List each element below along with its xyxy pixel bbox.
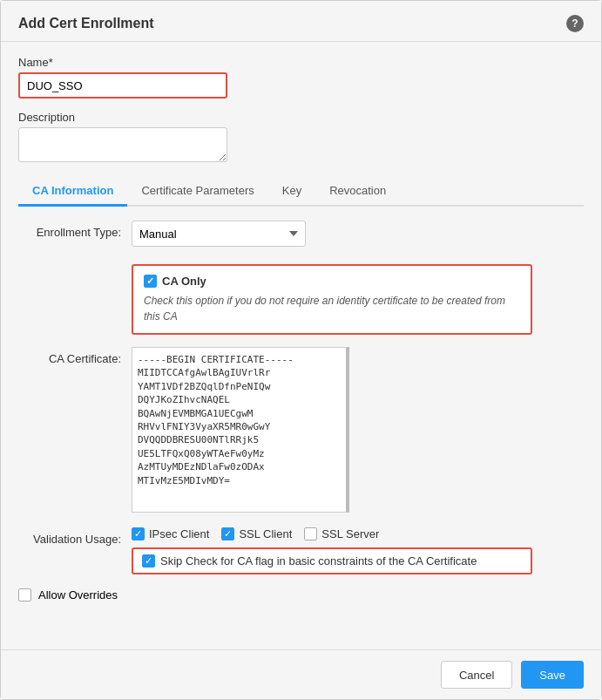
ca-only-spacer (18, 259, 132, 264)
tab-certificate-parameters[interactable]: Certificate Parameters (127, 177, 267, 207)
enrollment-type-content: Manual SCEP PKCS12 (132, 221, 584, 247)
dialog-footer: Cancel Save (1, 649, 601, 699)
add-cert-enrollment-dialog: Add Cert Enrollment ? Name* Description … (0, 0, 602, 700)
ca-only-description: Check this option if you do not require … (144, 293, 520, 324)
ca-only-content: CA Only Check this option if you do not … (132, 259, 584, 335)
cancel-button[interactable]: Cancel (441, 661, 512, 689)
ca-only-label: CA Only (162, 275, 206, 288)
allow-overrides-checkbox[interactable] (18, 588, 31, 601)
ipsec-client-checkbox[interactable] (132, 527, 145, 540)
ssl-server-checkbox[interactable] (304, 527, 317, 540)
ssl-client-label[interactable]: SSL Client (221, 527, 292, 540)
validation-usage-content: IPsec Client SSL Client SSL Server (132, 527, 584, 574)
help-icon[interactable]: ? (566, 15, 584, 32)
allow-overrides-row: Allow Overrides (18, 588, 584, 601)
validation-usage-checkboxes: IPsec Client SSL Client SSL Server (132, 527, 584, 540)
enrollment-type-label: Enrollment Type: (18, 221, 132, 239)
name-input[interactable] (18, 72, 227, 99)
skip-check-checkbox[interactable] (142, 554, 155, 567)
description-input[interactable] (18, 127, 227, 162)
ca-only-box: CA Only Check this option if you do not … (132, 264, 532, 335)
dialog-header: Add Cert Enrollment ? (1, 1, 601, 42)
name-label: Name* (18, 56, 584, 69)
skip-check-label: Skip Check for CA flag in basic constrai… (160, 554, 477, 567)
dialog-body: Name* Description CA Information Certifi… (1, 42, 601, 649)
enrollment-type-select[interactable]: Manual SCEP PKCS12 (132, 221, 306, 247)
description-label: Description (18, 111, 584, 124)
tab-key[interactable]: Key (268, 177, 315, 207)
tab-content-ca-information: Enrollment Type: Manual SCEP PKCS12 (18, 207, 584, 615)
ca-only-checkbox[interactable] (144, 275, 157, 288)
enrollment-type-row: Enrollment Type: Manual SCEP PKCS12 (18, 221, 584, 247)
skip-check-box: Skip Check for CA flag in basic constrai… (132, 547, 532, 574)
tabs-bar: CA Information Certificate Parameters Ke… (18, 177, 584, 207)
tab-revocation[interactable]: Revocation (315, 177, 400, 207)
ca-certificate-label: CA Certificate: (18, 347, 132, 365)
dialog-title: Add Cert Enrollment (18, 16, 154, 31)
validation-usage-row: Validation Usage: IPsec Client SSL Clien… (18, 527, 584, 574)
ssl-server-label[interactable]: SSL Server (304, 527, 379, 540)
name-group: Name* (18, 56, 584, 99)
allow-overrides-label: Allow Overrides (38, 588, 118, 601)
ca-only-title-row: CA Only (144, 275, 520, 288)
save-button[interactable]: Save (521, 661, 584, 689)
ssl-client-checkbox[interactable] (221, 527, 234, 540)
ca-certificate-row: CA Certificate: -----BEGIN CERTIFICATE--… (18, 347, 584, 515)
ipsec-client-label[interactable]: IPsec Client (132, 527, 209, 540)
ca-only-row: CA Only Check this option if you do not … (18, 259, 584, 335)
ca-certificate-textarea[interactable]: -----BEGIN CERTIFICATE----- MIIDTCCAfgAw… (132, 347, 349, 513)
tab-ca-information[interactable]: CA Information (18, 177, 127, 207)
description-group: Description (18, 111, 584, 165)
ca-certificate-content: -----BEGIN CERTIFICATE----- MIIDTCCAfgAw… (132, 347, 584, 515)
validation-usage-label: Validation Usage: (18, 527, 132, 546)
